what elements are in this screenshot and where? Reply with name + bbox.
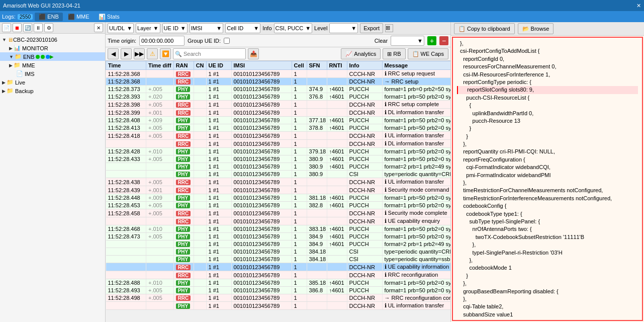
tree-backup[interactable]: ▶ 📁 Backup [0,87,105,95]
table-row[interactable]: 11:52:28.433 +.005 PHY 1 #1 001010123456… [106,155,451,163]
log-table-container[interactable]: Time Time diff RAN CN UE ID IMSI Cell SF… [106,61,450,322]
layer-select-wrapper[interactable]: Layer ▼ [136,23,160,33]
table-row[interactable]: 11:52:28.373 +.005 PHY 1 #1 001010123456… [106,86,451,93]
copy-clipboard-btn[interactable]: 📋 Copy to clipboard [454,23,515,34]
table-row[interactable]: 11:52:28.493 +.005 PHY 1 #1 001010123456… [106,287,451,294]
prev-btn[interactable]: ◀ [108,48,119,59]
cell-diff [146,78,174,86]
level-select-wrapper[interactable]: ▼ [329,23,358,33]
table-row[interactable]: PHY 1 #1 001010123456789 1 384.18 CSI ty… [106,248,451,256]
cell-diff: +.010 [146,279,174,287]
tree-enb[interactable]: ▼ 📁 ENB ▶ [0,52,105,61]
mme-arrow: ▶ [9,63,13,68]
export-btn[interactable]: Export [360,23,383,33]
info-select-wrapper[interactable]: CSI, PUCC ▼ [274,23,313,33]
cell-imsi: 001010123456789 [231,209,292,217]
close-icon[interactable]: ✕ [636,3,641,9]
tree-ims[interactable]: 📄 IMS [0,69,105,78]
remove-filter-btn[interactable]: − [439,36,448,45]
table-row[interactable]: 11:52:28.488 +.010 PHY 1 #1 001010123456… [106,279,451,287]
table-row[interactable]: 11:52:28.438 +.005 RRC 1 #1 001010123456… [106,178,451,186]
table-row[interactable]: 11:52:28.453 +.005 PHY 1 #1 001010123456… [106,202,451,209]
analytics-btn[interactable]: 📈 Analytics [341,48,381,59]
export2-btn[interactable]: 📤 [248,48,259,59]
cell-id-select-wrapper[interactable]: Cell ID ▼ [225,23,260,33]
table-row[interactable]: PHY 1 #1 001010123456789 1 384.9 ↑4601 P… [106,240,451,248]
cell-rnti: ↑4601 [327,86,347,93]
app-title: Amarisoft Web GUI 2023-04-21 [3,3,80,9]
table-row[interactable]: 11:52:28.473 +.005 PHY 1 #1 001010123456… [106,233,451,240]
menu-item-mme[interactable]: ⬛ MME [64,13,94,21]
tree-root[interactable]: ▼ 🖥 CBC-2023010106 [0,36,105,44]
table-row[interactable]: 11:52:28.498 +.005 RRC 1 #1 001010123456… [106,294,451,302]
clear-select-wrapper[interactable]: ▼ [391,36,424,46]
table-row[interactable]: 11:52:28.368 RRC 1 #1 001010123456789 1 … [106,78,451,86]
cell-cell: 1 [292,86,307,93]
table-row[interactable]: PHY 1 #1 001010123456789 1 380.9 ↑4601 P… [106,163,451,171]
table-row[interactable]: PHY 1 #1 001010123456789 1 380.9 CSI typ… [106,171,451,178]
menu-item-stats[interactable]: 📊 Stats [95,13,124,21]
filter-btn[interactable]: 🔽 [160,48,171,59]
table-row[interactable]: 11:52:28.413 +.005 PHY 1 #1 001010123456… [106,124,451,132]
add-filter-btn[interactable]: + [427,36,436,45]
cell-cell: 1 [292,294,307,302]
cell-info: DCCH-NR [347,302,382,310]
table-row[interactable]: 11:52:28.458 +.005 RRC 1 #1 001010123456… [106,209,451,217]
imsi-select-wrapper[interactable]: IMSI ▼ [190,23,224,33]
tree-monitor[interactable]: ▶ 📊 MONITOR [0,44,105,52]
cell-time: 11:52:28.493 [106,287,146,294]
grid-icon[interactable]: ⊞ [385,24,393,32]
close-panel-btn[interactable]: ✕ [94,23,103,32]
col-info: Info [347,61,382,70]
table-row[interactable]: 11:52:28.368 RRC 1 #1 001010123456789 1 … [106,70,451,78]
stop-btn[interactable]: ⏹ [13,23,22,32]
cell-time: 11:52:28.418 [106,132,146,140]
table-row[interactable]: RRC 1 #1 001010123456789 1 DCCH-NR ℹ DL … [106,140,451,148]
table-row[interactable]: 11:52:28.428 +.010 PHY 1 #1 001010123456… [106,148,451,155]
cell-cell: 1 [292,70,307,78]
menu-item-enb[interactable]: ⬛ ENB [35,13,63,21]
browse-btn[interactable]: 📂 Browse [518,23,554,34]
rb-btn[interactable]: ⊞ RB [383,48,405,59]
table-row[interactable]: 11:52:28.418 +.005 RRC 1 #1 001010123456… [106,132,451,140]
table-row[interactable]: PHY 1 #1 001010123456789 1 384.18 CSI ty… [106,256,451,263]
cell-rnti [327,140,347,148]
tree-live[interactable]: ▶ 📁 Live [0,78,105,87]
table-row[interactable]: 11:52:28.399 +.001 RRC 1 #1 001010123456… [106,109,451,117]
table-row[interactable]: 11:52:28.408 +.009 PHY 1 #1 001010123456… [106,117,451,124]
time-origin-input[interactable] [139,36,185,46]
table-row[interactable]: RRC 1 #1 001010123456789 1 DCCH-NR ℹ UE … [106,263,451,271]
table-row[interactable]: PHY 1 #1 001010123456789 1 DCCH-NR ℹ UL … [106,302,451,310]
cell-message: format=1 prb=50 prb2=0 symb=0.14 cs=1 oc… [382,279,450,287]
table-row[interactable]: RRC 1 #1 001010123456789 1 DCCH-NR ℹ RRC… [106,271,451,279]
table-row[interactable]: RRC 1 #1 001010123456789 1 DCCH-NR ℹ UE … [106,217,451,225]
table-row[interactable]: 11:52:28.448 +.009 PHY 1 #1 001010123456… [106,194,451,202]
next-btn[interactable]: ▶ [121,48,132,59]
cell-ran: PHY [173,155,194,163]
fast-next-btn[interactable]: ▶▶ [134,48,145,59]
table-row[interactable]: 11:52:28.398 +.005 RRC 1 #1 001010123456… [106,101,451,109]
mode-select-wrapper[interactable]: UL/DL ▼ [108,23,134,33]
cell-info: PUCCH [347,240,382,248]
ue-id-select-wrapper[interactable]: UE ID ▼ [162,23,188,33]
new-btn[interactable]: 📄 [2,23,11,32]
tree-mme[interactable]: ▶ 📁 MME [0,61,105,69]
cell-time [106,302,146,310]
cell-imsi: 001010123456789 [231,148,292,155]
cell-rnti: ↑4601 [327,148,347,155]
settings-btn[interactable]: ⚙ [44,23,53,32]
warning-btn[interactable]: ⚠ [147,48,158,59]
table-row[interactable]: 11:52:28.468 +.010 PHY 1 #1 001010123456… [106,225,451,233]
group-ue-checkbox[interactable] [224,38,230,44]
mme-label: MME [76,14,89,20]
code-view[interactable]: }, csi-ReportConfigToAddModList { report… [452,37,643,321]
live-arrow: ▶ [2,80,6,85]
pause-btn[interactable]: ⏸ [34,23,43,32]
cell-imsi: 001010123456789 [231,178,292,186]
search-input[interactable] [183,51,244,57]
refresh-btn[interactable]: 🔄 [23,23,32,32]
ue-caps-btn[interactable]: 📋 WE Caps [408,48,448,59]
table-row[interactable]: 11:52:28.439 +.001 RRC 1 #1 001010123456… [106,186,451,194]
ims-label: IMS [25,71,35,77]
table-row[interactable]: 11:52:28.393 +.020 PHY 1 #1 001010123456… [106,93,451,101]
